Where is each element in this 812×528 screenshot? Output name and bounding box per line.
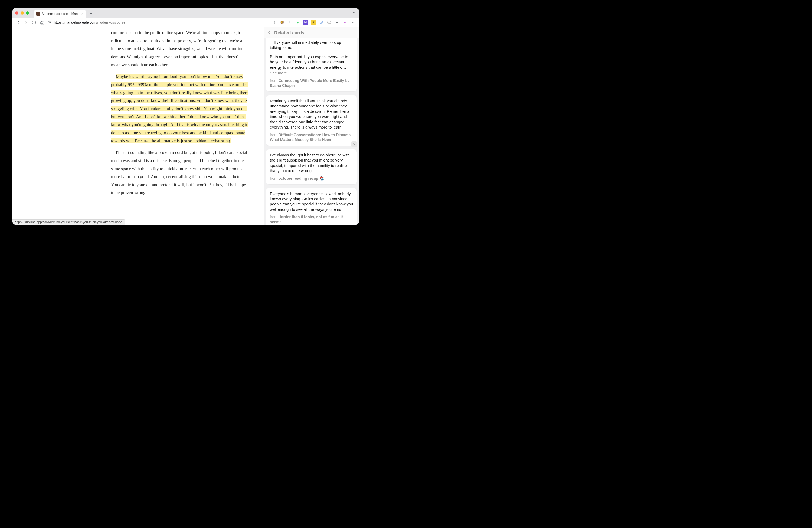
site-permissions-icon[interactable] [48,20,52,25]
status-bar: https://sublime.app/card/remind-yourself… [12,219,125,225]
related-card[interactable]: Remind yourself that if you think you al… [266,95,357,146]
sidebar-title: Related cards [274,30,304,36]
card-excerpt-more: Both are important. If you expect everyo… [270,54,353,70]
ext-ext-chat-icon[interactable]: 💬 [327,20,332,25]
article-paragraph: comprehension in the public online space… [111,29,249,69]
card-list[interactable]: —Everyone will immediately want to stop … [264,39,359,225]
article-paragraph: I'll start sounding like a broken record… [111,149,249,197]
browser-window: Modern discourse – Manu × + ⌄ https [12,8,359,225]
tab-title: Modern discourse – Manu [42,12,79,16]
highlight-span: Maybe it's worth saying it out loud: you… [111,74,248,143]
ext-brave-shield-icon[interactable]: 🦁 [280,20,285,25]
window-minimize-button[interactable] [20,11,24,15]
related-card[interactable]: I've always thought it best to go about … [266,149,357,184]
sidebar-back-button[interactable] [267,30,272,36]
tab-close-button[interactable]: × [82,12,84,16]
back-button[interactable] [16,20,20,24]
window-close-button[interactable] [15,11,18,15]
ext-hamburger-icon[interactable]: ≡ [350,20,355,25]
ext-ext-info-icon[interactable]: ⓘ [319,20,324,25]
ext-ext-puzzle-icon[interactable]: ✶ [335,20,339,25]
related-card[interactable]: Everyone's human, everyone's flawed, nob… [266,188,357,225]
card-source-line: from Harder than it looks, not as fun as… [270,214,353,225]
article-viewport[interactable]: comprehension in the public online space… [12,27,264,225]
card-author: Sasha Chapin [270,83,295,88]
card-source-line: from october reading recap 📚 [270,176,353,181]
url-bar: https://manuelmoreale.com/modern-discour… [12,18,359,27]
url-field[interactable]: https://manuelmoreale.com/modern-discour… [48,20,125,25]
related-card[interactable]: —Everyone will immediately want to stop … [266,39,357,91]
card-source-title[interactable]: Harder than it looks, not as fun as it s… [270,215,343,224]
card-excerpt: Everyone's human, everyone's flawed, nob… [270,191,353,212]
sidebar-header: Related cards [264,27,359,39]
ext-ext-green-dot-icon[interactable]: ● [295,20,300,25]
tab-favicon [36,12,40,16]
nav-icons [16,20,44,25]
home-button[interactable] [40,20,44,25]
card-excerpt: —Everyone will immediately want to stop … [270,40,353,50]
browser-tab[interactable]: Modern discourse – Manu × [33,10,86,18]
card-excerpt: I've always thought it best to go about … [270,152,353,174]
toolbar-icons: ⇪🦁⇩●MRⓘ💬✶●≡ [272,20,355,25]
content-area: comprehension in the public online space… [12,27,359,225]
forward-button[interactable] [24,20,28,24]
window-zoom-button[interactable] [26,11,29,15]
reload-button[interactable] [32,20,36,25]
card-source-line: from Difficult Conversations: How to Dis… [270,132,353,143]
ext-ext-download-icon[interactable]: ⇩ [288,20,292,25]
card-author: Sheila Heen [310,137,331,142]
traffic-lights [15,11,29,15]
card-count-badge: 2 [351,141,357,147]
card-source-title[interactable]: Connecting With People More Easily [278,78,344,83]
ext-ext-purple-m-icon[interactable]: M [303,20,308,25]
article-paragraph-highlighted: Maybe it's worth saying it out loud: you… [111,73,249,145]
ext-ext-gradient-icon[interactable]: ● [343,20,347,25]
url-text: https://manuelmoreale.com/modern-discour… [54,20,125,24]
new-tab-button[interactable]: + [88,10,95,17]
tab-list-chevron-icon[interactable]: ⌄ [353,10,355,14]
card-excerpt: Remind yourself that if you think you al… [270,99,353,130]
see-more-link[interactable]: See more [270,71,353,76]
card-source-line: from Connecting With People More Easily … [270,78,353,88]
ext-share-icon[interactable]: ⇪ [272,20,277,25]
ext-ext-yellow-r-icon[interactable]: R [311,20,316,25]
tab-bar: Modern discourse – Manu × + ⌄ [12,8,359,18]
related-cards-sidebar: Related cards —Everyone will immediately… [264,27,359,225]
article-body: comprehension in the public online space… [111,29,249,197]
card-source-title[interactable]: october reading recap 📚 [278,176,324,180]
